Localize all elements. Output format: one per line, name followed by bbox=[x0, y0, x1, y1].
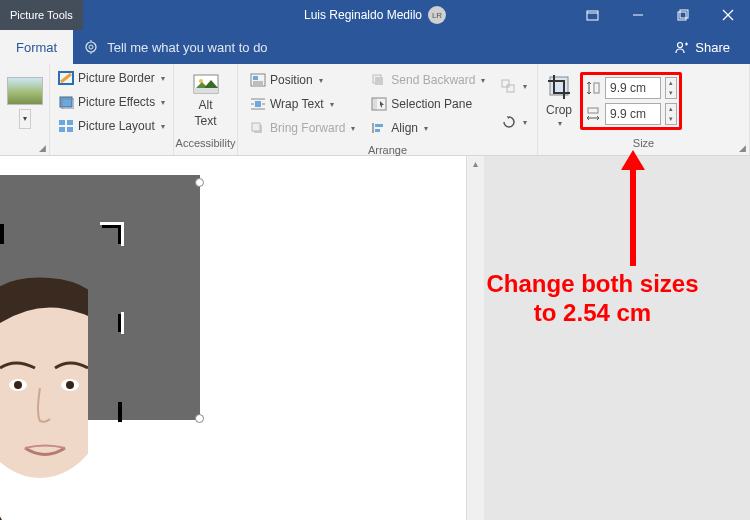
svg-rect-40 bbox=[502, 80, 509, 87]
alt-text-button[interactable]: Alt Text bbox=[174, 64, 237, 137]
annotation-line-1: Change both sizes bbox=[445, 270, 740, 299]
svg-rect-38 bbox=[375, 124, 383, 127]
ribbon: ▾ ◢ Picture Border▾ Picture Effects▾ Pic… bbox=[0, 64, 750, 156]
dialog-launcher-icon[interactable]: ◢ bbox=[739, 143, 746, 153]
svg-rect-43 bbox=[594, 83, 599, 93]
annotation-line-2: to 2.54 cm bbox=[445, 299, 740, 328]
window-title: Luis Reginaldo Medilo LR bbox=[304, 6, 446, 24]
chevron-down-icon: ▾ bbox=[558, 119, 562, 128]
width-spinner[interactable]: ▴▾ bbox=[665, 103, 677, 125]
picture-styles-group: ▾ ◢ bbox=[0, 64, 50, 155]
share-button[interactable]: Share bbox=[655, 30, 750, 64]
alt-text-label-2: Text bbox=[194, 115, 216, 128]
dialog-launcher-icon[interactable]: ◢ bbox=[39, 143, 46, 153]
picture-style-thumb[interactable] bbox=[7, 77, 43, 105]
width-input[interactable]: 9.9 cm bbox=[605, 103, 661, 125]
picture-border-button[interactable]: Picture Border▾ bbox=[54, 66, 169, 90]
svg-rect-3 bbox=[678, 12, 686, 20]
resize-handle[interactable] bbox=[195, 414, 204, 423]
height-icon bbox=[585, 80, 601, 96]
svg-rect-32 bbox=[252, 123, 260, 131]
alt-text-label-1: Alt bbox=[198, 99, 212, 112]
svg-rect-17 bbox=[59, 127, 65, 132]
svg-rect-16 bbox=[67, 120, 73, 125]
title-bar: Picture Tools Luis Reginaldo Medilo LR bbox=[0, 0, 750, 30]
selection-pane-label: Selection Pane bbox=[391, 97, 472, 111]
vertical-scrollbar[interactable]: ▴ bbox=[466, 156, 484, 520]
svg-rect-26 bbox=[255, 101, 261, 107]
width-icon bbox=[585, 106, 601, 122]
position-button[interactable]: Position▾ bbox=[246, 68, 359, 92]
bring-forward-button[interactable]: Bring Forward▾ bbox=[246, 116, 359, 140]
crop-label: Crop bbox=[546, 103, 572, 117]
svg-point-49 bbox=[66, 381, 74, 389]
picture-effects-button[interactable]: Picture Effects▾ bbox=[54, 90, 169, 114]
ribbon-display-options-button[interactable] bbox=[570, 0, 615, 30]
send-backward-label: Send Backward bbox=[391, 73, 475, 87]
svg-rect-41 bbox=[507, 85, 514, 92]
wrap-text-button[interactable]: Wrap Text▾ bbox=[246, 92, 359, 116]
svg-point-47 bbox=[14, 381, 22, 389]
height-spinner[interactable]: ▴▾ bbox=[665, 77, 677, 99]
svg-rect-15 bbox=[59, 120, 65, 125]
svg-rect-0 bbox=[587, 11, 598, 20]
picture-layout-button[interactable]: Picture Layout▾ bbox=[54, 114, 169, 138]
scroll-up-icon[interactable]: ▴ bbox=[467, 158, 484, 169]
svg-rect-18 bbox=[67, 127, 73, 132]
wrap-text-label: Wrap Text bbox=[270, 97, 324, 111]
svg-rect-23 bbox=[253, 76, 258, 80]
tell-me-search[interactable]: Tell me what you want to do bbox=[73, 30, 277, 64]
user-avatar[interactable]: LR bbox=[428, 6, 446, 24]
size-inputs-highlight: 9.9 cm ▴▾ 9.9 cm ▴▾ bbox=[580, 72, 682, 130]
align-label: Align bbox=[391, 121, 418, 135]
rotate-button[interactable]: ▾ bbox=[497, 110, 531, 134]
tab-format[interactable]: Format bbox=[0, 30, 73, 64]
svg-point-8 bbox=[89, 45, 93, 49]
canvas-background bbox=[472, 156, 750, 520]
ribbon-tabs: Format Tell me what you want to do Share bbox=[0, 30, 750, 64]
bring-forward-label: Bring Forward bbox=[270, 121, 345, 135]
svg-rect-44 bbox=[588, 108, 598, 113]
tell-me-label: Tell me what you want to do bbox=[107, 40, 267, 55]
accessibility-group: Alt Text Accessibility bbox=[174, 64, 238, 155]
picture-border-group: Picture Border▾ Picture Effects▾ Picture… bbox=[50, 64, 174, 155]
svg-rect-39 bbox=[375, 129, 380, 132]
svg-rect-20 bbox=[194, 88, 218, 93]
send-backward-button[interactable]: Send Backward▾ bbox=[367, 68, 489, 92]
group-button[interactable]: ▾ bbox=[497, 74, 531, 98]
maximize-button[interactable] bbox=[660, 0, 705, 30]
contextual-tab-label: Picture Tools bbox=[0, 0, 83, 30]
picture-styles-more-button[interactable]: ▾ bbox=[19, 109, 31, 129]
arrange-group: Position▾ Wrap Text▾ Bring Forward▾ Send… bbox=[238, 64, 538, 155]
svg-rect-4 bbox=[680, 10, 688, 18]
selection-pane-button[interactable]: Selection Pane bbox=[367, 92, 489, 116]
share-label: Share bbox=[695, 40, 730, 55]
resize-handle[interactable] bbox=[195, 178, 204, 187]
position-label: Position bbox=[270, 73, 313, 87]
height-input[interactable]: 9.9 cm bbox=[605, 77, 661, 99]
size-group: Crop ▾ 9.9 cm ▴▾ 9.9 cm ▴▾ Size ◢ bbox=[538, 64, 750, 155]
svg-point-11 bbox=[678, 43, 683, 48]
picture-effects-label: Picture Effects bbox=[78, 95, 155, 109]
crop-button[interactable]: Crop ▾ bbox=[544, 73, 574, 128]
picture-border-label: Picture Border bbox=[78, 71, 155, 85]
align-button[interactable]: Align▾ bbox=[367, 116, 489, 140]
minimize-button[interactable] bbox=[615, 0, 660, 30]
picture-layout-label: Picture Layout bbox=[78, 119, 155, 133]
close-button[interactable] bbox=[705, 0, 750, 30]
picture-content bbox=[0, 273, 88, 520]
window-controls bbox=[570, 0, 750, 30]
svg-rect-34 bbox=[375, 77, 383, 85]
svg-point-7 bbox=[86, 42, 96, 52]
annotation-arrow-line bbox=[630, 166, 636, 266]
annotation-text: Change both sizes to 2.54 cm bbox=[445, 270, 740, 328]
svg-rect-35 bbox=[372, 98, 377, 110]
user-name: Luis Reginaldo Medilo bbox=[304, 8, 422, 22]
group-label bbox=[50, 140, 173, 155]
group-label: Accessibility bbox=[174, 137, 237, 155]
